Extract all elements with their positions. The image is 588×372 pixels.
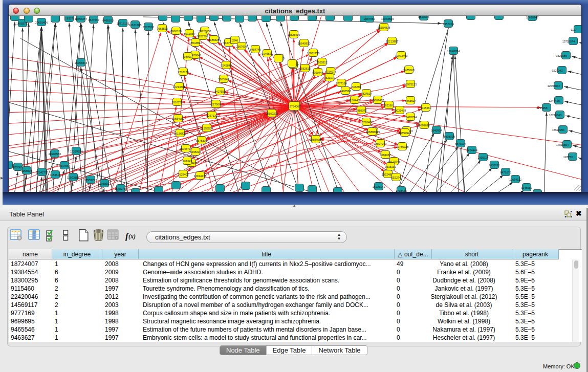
svg-text:8427552: 8427552 (214, 90, 225, 93)
svg-text:10654112: 10654112 (509, 178, 521, 181)
svg-text:10671385: 10671385 (129, 24, 141, 27)
svg-text:6497568: 6497568 (340, 90, 351, 93)
svg-text:7663822: 7663822 (157, 27, 167, 30)
svg-text:835001: 835001 (13, 166, 23, 169)
svg-text:62160: 62160 (385, 104, 393, 107)
svg-text:209341: 209341 (183, 160, 192, 163)
svg-text:20691406: 20691406 (35, 21, 48, 24)
svg-text:16961758: 16961758 (307, 52, 319, 55)
svg-text:3824514: 3824514 (361, 92, 372, 95)
svg-text:7957224: 7957224 (443, 23, 453, 26)
svg-text:7632621: 7632621 (489, 164, 499, 167)
svg-text:17016504: 17016504 (556, 143, 569, 146)
svg-text:10025438: 10025438 (394, 109, 406, 112)
svg-text:9990448: 9990448 (312, 71, 323, 74)
svg-text:10756928: 10756928 (396, 145, 408, 148)
svg-text:3684067: 3684067 (380, 154, 390, 157)
svg-text:2087662: 2087662 (364, 17, 375, 20)
svg-text:1810755: 1810755 (171, 101, 182, 104)
svg-text:18807249: 18807249 (374, 142, 386, 145)
svg-text:12342757: 12342757 (36, 171, 48, 174)
svg-text:(x): (x) (128, 233, 136, 240)
svg-text:18337: 18337 (65, 17, 73, 20)
svg-text:11353504: 11353504 (201, 127, 213, 130)
svg-text:16543892: 16543892 (189, 41, 202, 45)
svg-text:16640910: 16640910 (298, 42, 310, 45)
svg-text:9463627: 9463627 (405, 99, 416, 102)
svg-text:12213382: 12213382 (173, 85, 185, 89)
svg-text:16914479: 16914479 (194, 174, 206, 178)
svg-text:10973493: 10973493 (395, 54, 407, 57)
svg-text:746266: 746266 (352, 85, 361, 89)
svg-text:10033809: 10033809 (381, 17, 394, 20)
svg-text:9329986: 9329986 (556, 54, 567, 57)
svg-text:3215958: 3215958 (536, 106, 547, 110)
svg-text:1640954: 1640954 (431, 129, 442, 132)
svg-text:1154519: 1154519 (50, 173, 60, 177)
svg-text:26053346: 26053346 (75, 61, 87, 64)
svg-text:8813094: 8813094 (418, 16, 429, 18)
svg-text:1562615: 1562615 (299, 67, 310, 70)
svg-text:10610747: 10610747 (526, 16, 538, 19)
svg-text:19166825: 19166825 (174, 132, 186, 135)
svg-text:15720407: 15720407 (360, 121, 373, 124)
svg-text:117006: 117006 (211, 103, 221, 106)
svg-text:13325419: 13325419 (288, 33, 300, 36)
svg-text:252274: 252274 (391, 176, 401, 179)
svg-text:15692951: 15692951 (552, 128, 564, 132)
svg-text:7515526: 7515526 (143, 26, 154, 29)
svg-text:8471676: 8471676 (500, 171, 511, 174)
svg-text:7485063: 7485063 (403, 69, 414, 72)
svg-text:9115460: 9115460 (420, 106, 431, 110)
svg-text:9227342: 9227342 (552, 69, 562, 72)
svg-text:10719155: 10719155 (117, 22, 129, 25)
svg-text:3546: 3546 (232, 39, 238, 42)
svg-text:5578334: 5578334 (196, 139, 207, 142)
svg-text:12213987: 12213987 (386, 40, 398, 43)
svg-text:20206556: 20206556 (49, 152, 61, 156)
svg-text:9699695: 9699695 (419, 124, 429, 127)
svg-text:9777169: 9777169 (336, 82, 346, 85)
svg-text:18300295: 18300295 (266, 112, 278, 115)
svg-text:8912954: 8912954 (184, 32, 194, 35)
svg-text:1621072: 1621072 (324, 76, 335, 79)
svg-text:2935114: 2935114 (477, 156, 488, 159)
svg-text:17359934: 17359934 (70, 150, 82, 153)
svg-text:10958107: 10958107 (98, 182, 111, 185)
svg-text:9242845: 9242845 (221, 64, 231, 67)
svg-text:6879197: 6879197 (455, 142, 466, 145)
svg-text:3267130: 3267130 (206, 114, 217, 117)
svg-text:8454749: 8454749 (250, 48, 260, 51)
svg-text:10653287: 10653287 (75, 17, 87, 20)
svg-text:17957223: 17957223 (84, 179, 97, 182)
svg-text:16648784: 16648784 (447, 50, 460, 53)
svg-text:7955812: 7955812 (316, 61, 327, 64)
svg-text:5498222: 5498222 (190, 150, 201, 154)
svg-text:6794078: 6794078 (325, 70, 336, 73)
svg-text:2803144: 2803144 (218, 78, 229, 81)
svg-text:1156827: 1156827 (21, 169, 32, 172)
svg-text:13495794: 13495794 (404, 116, 417, 119)
svg-text:9474444: 9474444 (466, 149, 477, 152)
svg-text:1615132: 1615132 (385, 165, 396, 168)
svg-text:12923468: 12923468 (129, 191, 142, 192)
svg-text:12975125: 12975125 (404, 83, 417, 86)
svg-text:128753: 128753 (563, 156, 573, 159)
svg-text:1117: 1117 (571, 28, 576, 31)
svg-text:2367608: 2367608 (236, 45, 247, 48)
svg-text:19654982: 19654982 (172, 117, 184, 120)
svg-text:16154808: 16154808 (378, 26, 390, 29)
svg-text:12503185: 12503185 (67, 176, 79, 179)
svg-text:9245652: 9245652 (521, 186, 532, 189)
svg-text:8960125: 8960125 (170, 30, 181, 33)
svg-text:1244415: 1244415 (549, 99, 559, 102)
svg-text:9397567: 9397567 (59, 164, 70, 167)
svg-text:1733426: 1733426 (396, 189, 406, 192)
svg-text:10688609: 10688609 (366, 130, 378, 134)
svg-text:12093872: 12093872 (548, 84, 560, 87)
svg-text:7625402: 7625402 (178, 173, 188, 176)
svg-text:19654923: 19654923 (399, 132, 411, 135)
svg-text:14136141: 14136141 (373, 185, 385, 188)
svg-text:10807487: 10807487 (372, 99, 384, 102)
svg-text:16782759: 16782759 (115, 187, 127, 190)
